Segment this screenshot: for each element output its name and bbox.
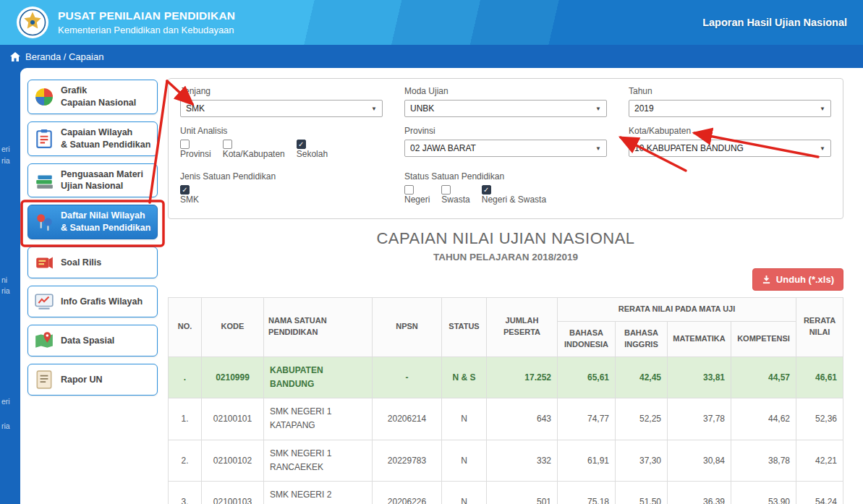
breadcrumb-text[interactable]: Beranda / Capaian [25,51,103,62]
page-subtitle: TAHUN PELAJARAN 2018/2019 [168,252,843,262]
results-table: NO. KODE NAMA SATUAN PENDIDIKAN NPSN STA… [168,297,843,504]
negeri-swasta-checkbox[interactable]: ✓Negeri & Swasta [482,185,546,205]
provinsi-select[interactable]: 02 JAWA BARAT ▼ [404,140,607,157]
unchecked-checkbox-icon [441,185,451,195]
kemdikbud-logo-icon [16,6,49,39]
kota-kabupaten-select[interactable]: 10 KABUPATEN BANDUNG ▼ [629,140,831,157]
sidebar-item-info-grafis-wilayah[interactable]: Info Grafis Wilayah [27,286,158,317]
swasta-checkbox[interactable]: Swasta [441,185,469,205]
sidebar-item-label: Data Spasial [61,335,114,347]
caret-down-icon: ▼ [820,145,825,152]
sidebar-item-capaian-wilayah[interactable]: Capaian Wilayah& Satuan Pendidikan [27,121,158,156]
kota-kabupaten-label: Kota/Kabupaten [629,126,831,136]
table-row: 2.02100102SMK NEGERI 1 RANCAEKEK20229783… [169,440,843,481]
cell-bahasa-indonesia: 65,61 [558,356,616,398]
cell-jumlah: 643 [487,398,558,440]
cell-bahasa-inggris: 51,50 [616,481,668,504]
cell-npsn: 20206226 [373,481,442,504]
sidebar-item-soal-rilis[interactable]: Soal Rilis [27,247,158,278]
cell-bahasa-inggris: 52,25 [616,398,668,440]
col-header-nama: NAMA SATUAN PENDIDIKAN [264,298,373,357]
jenis-satuan-label: Jenis Satuan Pendidikan [180,171,383,181]
unchecked-checkbox-icon [223,140,232,149]
negeri-checkbox[interactable]: Negeri [404,185,430,205]
status-satuan-field: Status Satuan Pendidikan NegeriSwasta✓Ne… [404,171,607,208]
sidebar-item-data-spasial[interactable]: Data Spasial [27,325,158,356]
table-row: 3.02100103SMK NEGERI 2 BALEENDAH20206226… [169,481,843,504]
tahun-value: 2019 [634,103,654,114]
breadcrumb[interactable]: Beranda / Capaian [0,45,863,68]
background-text-fragment: ria [1,422,10,430]
col-header-bahasa-indonesia: BAHASA INDONESIA [558,321,616,356]
content-panel: GrafikCapaian NasionalCapaian Wilayah& S… [20,68,863,504]
tahun-label: Tahun [629,86,831,96]
soal-rilis-icon [34,252,54,273]
sidebar-item-grafik-capaian-nasional[interactable]: GrafikCapaian Nasional [27,80,158,114]
cell-nama: KABUPATEN BANDUNG [264,356,373,398]
unit-analisis-label: Unit Analisis [180,126,383,136]
col-header-kompetensi: KOMPETENSI [731,321,796,356]
cell-rerata: 46,61 [796,356,843,398]
sidebar-item-daftar-nilai-wilayah[interactable]: Daftar Nilai Wilayah& Satuan Pendidikan [27,205,158,239]
background-text-fragment: eri [1,397,10,406]
sekolah-checkbox[interactable]: ✓Sekolah [297,140,328,159]
col-header-status: STATUS [442,298,487,357]
cell-rerata: 54,24 [796,481,843,504]
col-header-npsn: NPSN [373,298,442,357]
kota-kabupaten-value: 10 KABUPATEN BANDUNG [634,143,744,153]
map-pins-icon [34,212,54,232]
cell-rerata: 42,21 [796,440,843,481]
provinsi-field: Provinsi 02 JAWA BARAT ▼ [404,126,607,163]
sidebar-item-rapor-un[interactable]: Rapor UN [27,364,158,396]
col-header-group-rerata-mata-uji: RERATA NILAI PADA MATA UJI [558,298,796,322]
unchecked-checkbox-icon [404,185,414,195]
moda-ujian-value: UNBK [410,103,434,114]
cell-kode: 0210999 [202,356,264,398]
app-header: PUSAT PENILAIAN PENDIDIKAN Kementerian P… [0,0,863,45]
col-header-rerata-nilai: RERATA NILAI [796,298,843,357]
kota-kabupaten-checkbox[interactable]: Kota/Kabupaten [223,140,285,159]
table-row: 1.02100101SMK NEGERI 1 KATAPANG20206214N… [169,398,843,440]
unit-analisis-field: Unit Analisis ProvinsiKota/Kabupaten✓Sek… [180,126,383,163]
home-icon [10,52,20,61]
cell-kode: 02100101 [202,398,264,440]
unit-analisis-options: ProvinsiKota/Kabupaten✓Sekolah [180,140,383,163]
cell-matematika: 37,78 [668,398,731,440]
download-xls-button[interactable]: Unduh (*.xls) [752,268,843,291]
checkbox-label: Swasta [441,195,469,205]
cell-rerata: 52,36 [796,398,843,440]
checkbox-label: Sekolah [297,149,328,159]
cell-bahasa-indonesia: 61,91 [558,440,616,481]
tahun-select[interactable]: 2019 ▼ [629,100,831,117]
map-pin-icon [34,330,54,351]
sidebar-item-label: Soal Rilis [61,257,101,269]
checkbox-label: Provinsi [180,149,211,159]
checked-checkbox-icon: ✓ [482,185,491,195]
jenjang-select[interactable]: SMK ▼ [180,100,383,117]
cell-npsn: 20229783 [373,440,442,481]
moda-ujian-field: Moda Ujian UNBK ▼ [404,86,607,117]
cell-bahasa-inggris: 37,30 [616,440,668,481]
provinsi-label: Provinsi [404,126,607,136]
cell-status: N [442,481,487,504]
moda-ujian-select[interactable]: UNBK ▼ [404,100,607,117]
checked-checkbox-icon: ✓ [297,140,306,149]
cell-kompetensi: 38,78 [731,440,796,481]
cell-jumlah: 332 [487,440,558,481]
report-title: Laporan Hasil Ujian Nasional [702,17,847,28]
sidebar-item-penguasaan-materi[interactable]: Penguasaan MateriUjian Nasional [27,163,158,198]
checkbox-label: Kota/Kabupaten [223,149,285,159]
cell-nama: SMK NEGERI 2 BALEENDAH [264,481,373,504]
checkbox-label: Negeri & Swasta [482,195,546,205]
status-satuan-label: Status Satuan Pendidikan [404,171,607,181]
provinsi-checkbox[interactable]: Provinsi [180,140,211,159]
clipboard-chart-icon [34,129,54,149]
kota-kabupaten-field: Kota/Kabupaten 10 KABUPATEN BANDUNG ▼ [629,126,831,163]
cell-matematika: 36,39 [668,481,731,504]
cell-kompetensi: 53,90 [731,481,796,504]
sidebar-item-label: Capaian Wilayah& Satuan Pendidikan [61,127,150,151]
download-label: Unduh (*.xls) [776,274,834,285]
app-subtitle: Kementerian Pendidikan dan Kebudayaan [58,25,235,35]
smk-checkbox[interactable]: ✓SMK [180,185,199,205]
cell-no: 3. [169,481,202,504]
